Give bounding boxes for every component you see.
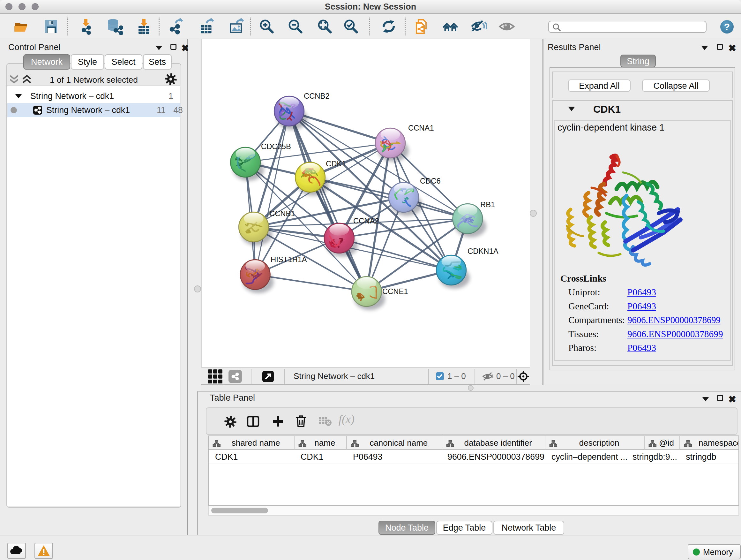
svg-text:CDKN1A: CDKN1A xyxy=(468,247,498,255)
svg-text:HIST1H1A: HIST1H1A xyxy=(271,255,307,264)
svg-text:CCNB2: CCNB2 xyxy=(304,91,330,100)
svg-text:CCNB1: CCNB1 xyxy=(269,209,295,218)
svg-text:CDK1: CDK1 xyxy=(326,159,346,168)
svg-text:RB1: RB1 xyxy=(480,200,495,209)
svg-text:CCNA2: CCNA2 xyxy=(353,216,379,225)
svg-text:CDC25B: CDC25B xyxy=(261,142,291,151)
svg-text:CCNE1: CCNE1 xyxy=(382,287,408,296)
svg-text:CDC6: CDC6 xyxy=(420,177,441,185)
svg-text:CCNA1: CCNA1 xyxy=(408,124,434,132)
